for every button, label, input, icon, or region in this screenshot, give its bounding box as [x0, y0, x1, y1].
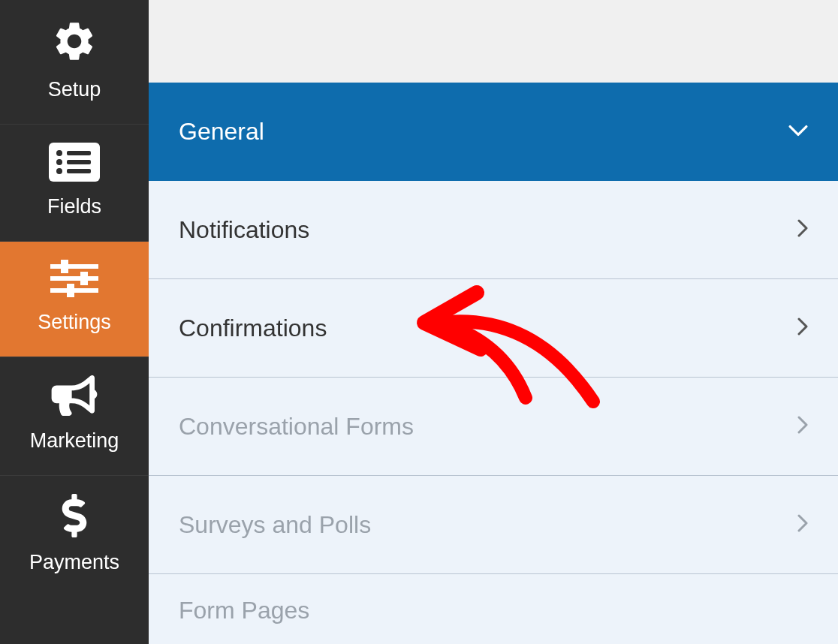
list-icon	[49, 143, 100, 185]
sidebar-item-fields[interactable]: Fields	[0, 125, 149, 242]
sidebar-item-label: Fields	[47, 195, 101, 218]
chevron-right-icon	[797, 415, 808, 438]
svg-rect-7	[50, 264, 98, 269]
megaphone-icon	[51, 375, 98, 419]
svg-rect-4	[67, 160, 91, 164]
sidebar-item-label: Settings	[38, 311, 111, 334]
settings-row-surveys-polls[interactable]: Surveys and Polls	[149, 476, 838, 574]
svg-rect-9	[50, 276, 98, 281]
settings-row-form-pages[interactable]: Form Pages	[149, 574, 838, 644]
chevron-right-icon	[797, 218, 808, 241]
chevron-down-icon	[788, 125, 808, 140]
settings-row-label: General	[179, 118, 264, 146]
sidebar-item-marketing[interactable]: Marketing	[0, 357, 149, 476]
settings-list: General Notifications Confirmations Conv…	[149, 83, 838, 644]
settings-row-label: Conversational Forms	[179, 413, 414, 441]
settings-row-label: Form Pages	[179, 597, 309, 624]
main-content: General Notifications Confirmations Conv…	[149, 0, 838, 644]
sidebar: Setup Fields	[0, 0, 149, 644]
settings-row-notifications[interactable]: Notifications	[149, 181, 838, 279]
svg-rect-2	[67, 151, 91, 155]
svg-rect-12	[67, 284, 74, 297]
chevron-right-icon	[797, 317, 808, 339]
svg-rect-6	[67, 169, 91, 173]
settings-row-label: Confirmations	[179, 314, 327, 342]
settings-row-confirmations[interactable]: Confirmations	[149, 279, 838, 378]
app-container: Setup Fields	[0, 0, 838, 644]
svg-point-5	[56, 168, 62, 174]
sidebar-item-label: Payments	[29, 551, 119, 574]
settings-row-label: Notifications	[179, 216, 309, 244]
settings-row-conversational-forms[interactable]: Conversational Forms	[149, 378, 838, 476]
chevron-right-icon	[797, 513, 808, 536]
sidebar-item-settings[interactable]: Settings	[0, 242, 149, 357]
svg-rect-10	[80, 272, 88, 285]
gear-icon	[51, 18, 98, 68]
sidebar-item-label: Setup	[48, 78, 101, 101]
dollar-icon	[61, 494, 88, 540]
settings-row-label: Surveys and Polls	[179, 511, 371, 539]
sidebar-item-payments[interactable]: Payments	[0, 476, 149, 597]
svg-point-1	[56, 150, 62, 156]
sidebar-item-label: Marketing	[30, 429, 119, 453]
svg-point-3	[56, 159, 62, 165]
sidebar-item-setup[interactable]: Setup	[0, 0, 149, 125]
sliders-icon	[50, 260, 98, 300]
svg-rect-8	[61, 260, 68, 273]
settings-row-general[interactable]: General	[149, 83, 838, 181]
